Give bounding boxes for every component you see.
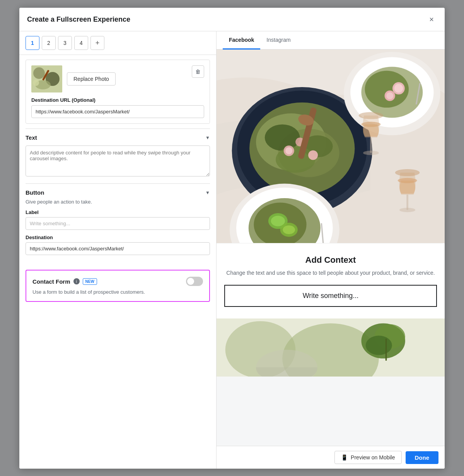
svg-rect-40 — [370, 137, 372, 153]
preview-bottom-image — [217, 318, 445, 377]
bottom-preview-svg — [217, 318, 445, 377]
right-panel: Facebook Instagram — [217, 31, 445, 469]
button-section-header[interactable]: Button ▼ — [26, 189, 210, 196]
modal-body: 1 2 3 4 + — [19, 31, 445, 469]
tab-2[interactable]: 2 — [42, 36, 56, 50]
button-label-input[interactable] — [26, 217, 210, 230]
left-panel: 1 2 3 4 + — [19, 31, 217, 469]
button-hint: Give people an action to take. — [26, 199, 210, 205]
new-badge: NEW — [83, 278, 97, 285]
done-button[interactable]: Done — [406, 451, 439, 464]
button-section: Button ▼ Give people an action to take. … — [26, 183, 210, 265]
text-section-title: Text — [26, 134, 37, 141]
dest-url-input[interactable] — [31, 105, 204, 118]
svg-point-4 — [33, 80, 39, 86]
preview-mobile-label: Preview on Mobile — [351, 454, 395, 461]
text-textarea[interactable] — [26, 146, 210, 176]
contact-form-section: Contact Form i NEW Use a form to build a… — [26, 270, 210, 302]
food-svg — [217, 50, 445, 243]
text-chevron-icon: ▼ — [205, 135, 210, 140]
tab-row: 1 2 3 4 + — [19, 31, 216, 55]
mobile-icon: 📱 — [341, 454, 348, 461]
photo-row: Replace Photo 🗑 — [31, 65, 204, 92]
context-title: Add Context — [224, 255, 437, 265]
svg-point-45 — [399, 208, 415, 212]
contact-form-toggle[interactable] — [186, 277, 203, 286]
info-icon: i — [73, 278, 80, 284]
food-preview-image — [217, 50, 445, 243]
context-section: Add Context Change the text and use this… — [217, 243, 445, 318]
svg-point-52 — [366, 336, 392, 355]
button-chevron-icon: ▼ — [205, 190, 210, 195]
svg-point-28 — [386, 92, 393, 99]
svg-rect-53 — [386, 339, 387, 361]
svg-point-37 — [283, 225, 295, 234]
text-section: Text ▼ — [26, 128, 210, 183]
modal-header: Create a Fullscreen Experience × — [19, 8, 445, 31]
preview-content: Add Context Change the text and use this… — [217, 50, 445, 446]
context-description: Change the text and use this space to te… — [224, 269, 437, 277]
photo-thumb-image — [31, 65, 62, 92]
svg-point-18 — [308, 150, 318, 160]
label-field-label: Label — [26, 209, 210, 215]
trash-icon: 🗑 — [195, 68, 201, 75]
contact-form-title: Contact Form — [32, 278, 70, 285]
svg-point-35 — [271, 216, 285, 226]
bottom-bar: 📱 Preview on Mobile Done — [217, 446, 445, 469]
add-tab-button[interactable]: + — [90, 36, 104, 50]
toggle-slider — [186, 277, 203, 286]
photo-card: Replace Photo 🗑 Destination URL (Optiona… — [26, 60, 210, 124]
contact-form-title-row: Contact Form i NEW — [32, 278, 97, 285]
close-button[interactable]: × — [426, 14, 437, 25]
svg-point-14 — [276, 146, 315, 173]
thumbnail-svg — [31, 65, 62, 92]
preview-mobile-button[interactable]: 📱 Preview on Mobile — [334, 451, 401, 464]
preview-tabs: Facebook Instagram — [217, 31, 445, 50]
context-button[interactable]: Write something... — [224, 285, 437, 307]
contact-form-description: Use a form to build a list of prospectiv… — [32, 289, 203, 295]
delete-photo-button[interactable]: 🗑 — [192, 65, 204, 78]
destination-field-label: Destination — [26, 235, 210, 240]
button-section-title: Button — [26, 189, 44, 196]
svg-point-26 — [394, 84, 403, 93]
text-section-header[interactable]: Text ▼ — [26, 134, 210, 141]
tab-instagram[interactable]: Instagram — [260, 31, 297, 50]
tab-1[interactable]: 1 — [26, 36, 39, 50]
photo-thumbnail — [31, 65, 62, 92]
tab-4[interactable]: 4 — [74, 36, 88, 50]
svg-point-1 — [33, 67, 45, 79]
contact-form-header: Contact Form i NEW — [32, 277, 203, 286]
button-destination-input[interactable] — [26, 242, 210, 255]
dest-url-label: Destination URL (Optional) — [31, 97, 204, 103]
modal-title: Create a Fullscreen Experience — [27, 15, 130, 24]
replace-photo-button[interactable]: Replace Photo — [67, 72, 116, 86]
svg-point-16 — [285, 147, 292, 154]
svg-point-41 — [363, 151, 379, 155]
tab-facebook[interactable]: Facebook — [223, 31, 260, 50]
tab-3[interactable]: 3 — [58, 36, 72, 50]
svg-rect-44 — [406, 195, 408, 210]
